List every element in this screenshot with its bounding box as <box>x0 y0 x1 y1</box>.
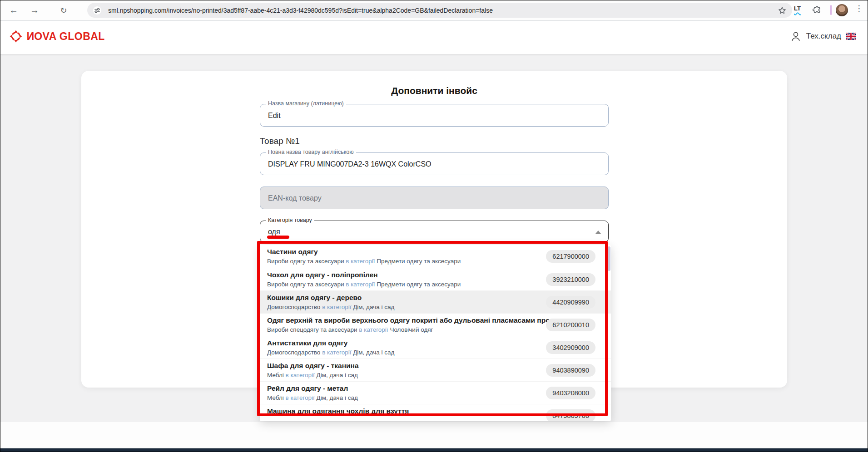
option-category-link[interactable]: в категорії <box>359 326 388 333</box>
profile-avatar[interactable] <box>836 4 848 16</box>
option-title: Частини одягу <box>267 248 556 256</box>
option-subtitle: Вироби спецодягу та аксесуари в категорі… <box>267 326 556 333</box>
option-title: Шафа для одягу - тканина <box>267 362 556 370</box>
languagetool-extension-icon[interactable]: LT <box>794 5 801 12</box>
option-code-badge: 8479809700 <box>546 409 595 422</box>
user-name: Тех.склад <box>806 32 841 41</box>
option-category-link[interactable]: в категорії <box>346 258 375 265</box>
store-name-label: Назва магазину (латиницею) <box>266 100 346 107</box>
page-bottom-band <box>0 422 868 448</box>
toolbar-divider <box>830 5 832 15</box>
store-name-input[interactable] <box>267 104 587 127</box>
dropdown-scrollbar-thumb[interactable] <box>608 246 610 271</box>
dropdown-collapse-icon[interactable] <box>595 231 601 234</box>
option-title: Чохол для одягу - поліпропілен <box>267 271 556 279</box>
product-name-field[interactable]: Повна назва товару англійською <box>260 152 609 175</box>
option-category-link[interactable]: в категорії <box>346 281 375 288</box>
option-code-badge: 9403890090 <box>546 364 595 377</box>
user-icon <box>790 30 802 42</box>
footer-bar <box>0 448 868 452</box>
category-option[interactable]: Частини одягу Вироби одягу та аксесуари … <box>260 245 611 268</box>
option-subtitle: Домогосподарство в категорії Дім, дача і… <box>267 349 556 356</box>
option-title: Машина для одягання чохлів для взуття <box>267 407 556 415</box>
reload-button[interactable]: ↻ <box>56 3 71 18</box>
category-dropdown: Частини одягу Вироби одягу та аксесуари … <box>260 245 611 421</box>
option-subtitle: Меблі в категорії Дім, дача і сад <box>267 394 556 401</box>
option-category-link[interactable]: в категорії <box>286 394 315 401</box>
category-option[interactable]: Антистатики для одягу Домогосподарство в… <box>260 336 611 359</box>
product-section-title: Товар №1 <box>260 136 300 146</box>
nova-global-logo-icon <box>9 29 23 43</box>
address-bar[interactable]: sml.npshopping.com/invoices/no-printed/3… <box>87 3 792 18</box>
option-code-badge: 9403208000 <box>546 387 595 399</box>
option-code-badge: 3402909000 <box>546 341 595 354</box>
option-subtitle: Меблі в категорії Дім, дача і сад <box>267 372 556 378</box>
store-name-field[interactable]: Назва магазину (латиницею) <box>260 104 609 127</box>
option-code-badge: 3923210000 <box>546 273 595 286</box>
category-option[interactable]: Шафа для одягу - тканина Меблі в категор… <box>260 359 611 381</box>
option-title: Одяг верхній та вироби верхнього одягу п… <box>267 316 556 324</box>
bookmark-star-icon[interactable] <box>778 6 787 15</box>
language-flag-icon[interactable] <box>846 33 856 40</box>
option-subtitle: Домогосподарство в категорії Дім, дача і… <box>267 304 556 310</box>
option-category-link[interactable]: в категорії <box>322 304 351 310</box>
option-title: Кошики для одягу - дерево <box>267 294 556 302</box>
option-subtitle: Вироби одягу та аксесуари в категорії Пр… <box>267 258 556 265</box>
option-category-link[interactable]: в категорії <box>322 349 351 356</box>
site-info-icon[interactable] <box>93 6 102 15</box>
product-name-label: Повна назва товару англійською <box>266 149 356 155</box>
extensions-icon[interactable] <box>812 5 822 15</box>
browser-menu-button[interactable]: ⋮ <box>855 3 863 14</box>
category-option[interactable]: Машина для одягання чохлів для взуття 84… <box>260 404 611 421</box>
category-label: Категорія товару <box>266 217 314 223</box>
forward-button[interactable]: → <box>27 3 42 18</box>
option-title: Антистатики для одягу <box>267 339 556 347</box>
option-code-badge: 6210200010 <box>546 319 595 331</box>
category-input[interactable] <box>267 221 587 243</box>
category-option[interactable]: Одяг верхній та вироби верхнього одягу п… <box>260 313 611 336</box>
page-title: Доповнити інвойс <box>81 85 787 96</box>
url-text[interactable]: sml.npshopping.com/invoices/no-printed/3… <box>108 7 778 14</box>
option-category-link[interactable]: в категорії <box>286 372 315 378</box>
option-code-badge: 6217900000 <box>546 250 595 263</box>
brand-name: NOVA GLOBAL <box>26 30 105 43</box>
ean-input <box>267 187 587 210</box>
option-title: Рейл для одягу - метал <box>267 384 556 393</box>
category-option[interactable]: Рейл для одягу - метал Меблі в категорії… <box>260 381 611 404</box>
option-code-badge: 4420909990 <box>546 296 595 309</box>
ean-field <box>260 187 609 209</box>
category-option[interactable]: Кошики для одягу - дерево Домогосподарст… <box>260 290 611 313</box>
option-subtitle: Вироби одягу та аксесуари в категорії Пр… <box>267 281 556 288</box>
category-option[interactable]: Чохол для одягу - поліпропілен Вироби од… <box>260 268 611 290</box>
category-field[interactable]: Категорія товару <box>260 221 609 242</box>
app-header: NOVA GLOBAL Тех.склад <box>0 20 868 54</box>
browser-toolbar: ← → ↻ sml.npshopping.com/invoices/no-pri… <box>0 0 868 21</box>
brand-logo[interactable]: NOVA GLOBAL <box>9 29 105 43</box>
back-button[interactable]: ← <box>6 3 21 18</box>
product-name-input[interactable] <box>267 153 587 176</box>
user-menu[interactable]: Тех.склад <box>790 30 856 42</box>
browser-window: ← → ↻ sml.npshopping.com/invoices/no-pri… <box>0 0 868 452</box>
